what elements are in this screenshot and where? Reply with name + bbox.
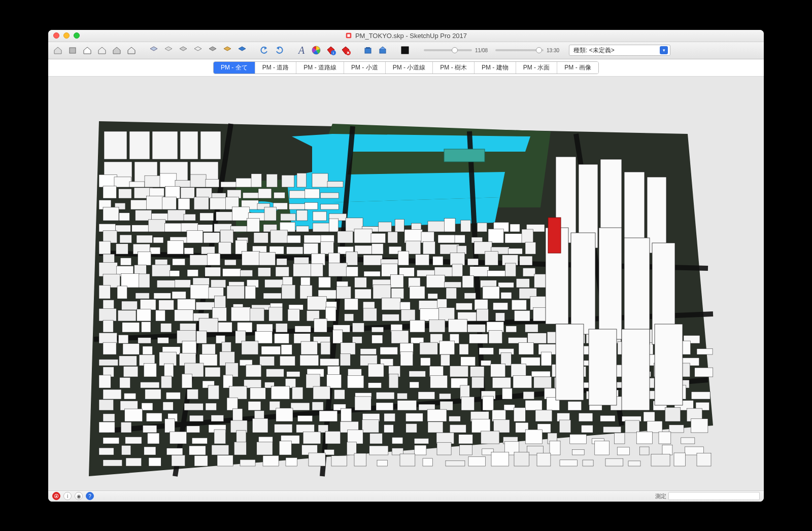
layer-icon[interactable] (206, 44, 219, 57)
measure-input[interactable] (668, 492, 760, 500)
svg-rect-394 (360, 348, 377, 355)
svg-rect-217 (311, 263, 323, 276)
info-icon[interactable]: i (63, 492, 72, 500)
svg-rect-596 (296, 424, 315, 433)
svg-rect-247 (409, 277, 420, 288)
maximize-button[interactable] (74, 32, 80, 39)
layer-icon[interactable] (221, 44, 234, 57)
svg-rect-652 (324, 449, 334, 455)
svg-rect-517 (439, 393, 451, 399)
tab-pm-water[interactable]: PM - 水面 (516, 62, 558, 74)
svg-rect-676 (263, 455, 279, 466)
svg-rect-144 (371, 233, 386, 243)
3d-viewport[interactable] (48, 77, 764, 490)
svg-rect-158 (167, 240, 183, 254)
svg-rect-350 (99, 333, 117, 343)
scene-icon[interactable] (66, 44, 79, 57)
minimize-button[interactable] (63, 32, 70, 39)
svg-rect-364 (372, 335, 383, 343)
svg-rect-145 (388, 232, 397, 243)
svg-rect-276 (483, 286, 499, 298)
svg-rect-60 (165, 186, 180, 198)
text-tool-icon[interactable]: A (295, 44, 308, 57)
svg-rect-113 (296, 226, 309, 231)
svg-rect-232 (139, 273, 150, 287)
svg-rect-393 (341, 342, 355, 354)
svg-text:i: i (333, 51, 334, 55)
tab-pm-all[interactable]: PM - 全て (214, 62, 255, 74)
layer-icon[interactable] (235, 44, 249, 57)
svg-rect-68 (289, 190, 306, 198)
ruby-cancel-icon[interactable] (339, 44, 352, 57)
scene-icon[interactable] (110, 44, 123, 57)
tab-pm-pathline[interactable]: PM - 小道線 (386, 62, 433, 74)
svg-rect-292 (345, 298, 358, 309)
svg-rect-229 (523, 268, 535, 276)
svg-rect-458 (429, 366, 443, 377)
layer-icon[interactable] (191, 44, 205, 57)
svg-rect-329 (142, 322, 151, 332)
svg-rect-324 (495, 312, 504, 321)
svg-rect-98 (297, 210, 308, 220)
tab-pm-tree[interactable]: PM - 樹木 (433, 62, 475, 74)
svg-rect-271 (391, 288, 404, 299)
scene-icon[interactable] (125, 44, 138, 57)
geo-icon[interactable]: ⦿ (52, 492, 60, 500)
svg-rect-234 (175, 279, 191, 287)
svg-rect-459 (450, 366, 468, 376)
svg-rect-93 (216, 211, 233, 220)
svg-rect-431 (481, 360, 491, 365)
ruby-info-icon[interactable]: i (324, 44, 337, 57)
date-slider[interactable]: 11/08 (421, 48, 491, 53)
svg-rect-208 (152, 265, 170, 276)
type-dropdown[interactable]: 種類: <未定義> ▾ (569, 45, 670, 56)
extension-open-icon[interactable] (376, 44, 389, 57)
undo-button[interactable] (258, 44, 271, 57)
svg-rect-225 (452, 264, 463, 276)
svg-rect-257 (136, 293, 149, 298)
svg-rect-665 (617, 447, 629, 454)
svg-rect-504 (166, 392, 180, 399)
svg-rect-492 (513, 375, 532, 387)
time-slider[interactable]: 13:30 (492, 48, 562, 53)
tab-pm-path[interactable]: PM - 小道 (344, 62, 386, 74)
tab-pm-roadline[interactable]: PM - 道路線 (296, 62, 344, 74)
svg-rect-575 (449, 416, 461, 421)
svg-rect-337 (295, 326, 311, 332)
svg-rect-399 (459, 344, 468, 355)
swatch-black-icon[interactable] (398, 44, 412, 57)
tab-pm-building[interactable]: PM - 建物 (475, 62, 516, 74)
scene-icon[interactable] (51, 44, 64, 57)
type-label-prefix: 種類: (573, 47, 587, 54)
svg-rect-643 (121, 445, 130, 455)
tab-pm-road[interactable]: PM - 道路 (255, 62, 297, 74)
svg-rect-443 (123, 366, 138, 377)
svg-rect-277 (501, 292, 512, 299)
svg-rect-521 (523, 392, 534, 399)
layer-icon[interactable] (147, 44, 160, 57)
scene-icon[interactable] (81, 44, 94, 57)
layer-icon[interactable] (177, 44, 190, 57)
svg-rect-645 (166, 448, 183, 454)
svg-rect-686 (491, 452, 509, 466)
close-button[interactable] (53, 32, 59, 39)
tab-pm-image[interactable]: PM - 画像 (557, 62, 598, 74)
extension-box-icon[interactable] (361, 44, 375, 57)
svg-rect-672 (172, 455, 185, 466)
svg-rect-462 (511, 364, 526, 377)
help-icon[interactable]: ? (86, 492, 94, 500)
color-wheel-icon[interactable] (310, 44, 323, 57)
svg-rect-197 (398, 251, 409, 265)
layer-icon[interactable] (162, 44, 175, 57)
svg-rect-674 (217, 455, 233, 466)
scene-icon[interactable] (95, 44, 109, 57)
svg-rect-104 (148, 219, 165, 231)
svg-rect-333 (218, 322, 232, 332)
svg-rect-102 (115, 225, 130, 231)
redo-button[interactable] (273, 44, 286, 57)
svg-rect-46 (190, 174, 206, 187)
dropdown-arrow-icon: ▾ (660, 46, 668, 54)
svg-rect-214 (258, 267, 270, 276)
person-icon[interactable]: ◉ (75, 492, 83, 500)
svg-rect-687 (514, 452, 529, 466)
